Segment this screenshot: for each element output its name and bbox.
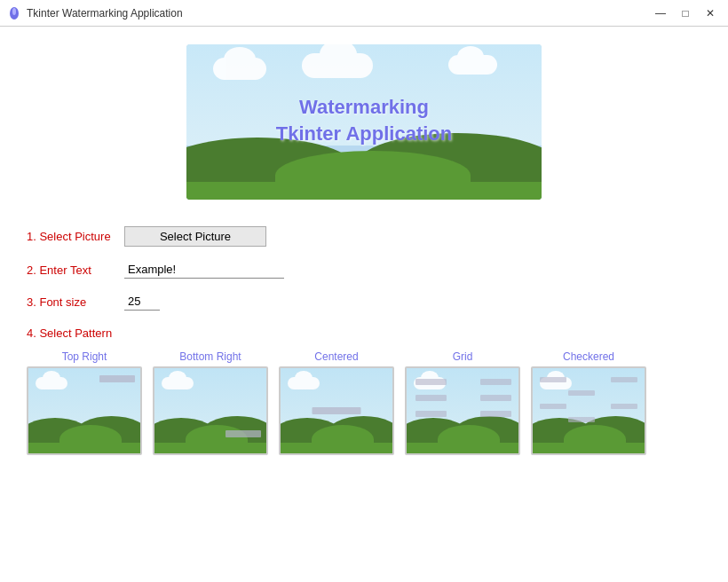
pattern-grid-label: Grid: [453, 350, 473, 363]
title-bar-left: Tkinter Watermarking Application: [7, 6, 183, 20]
banner-cloud-1: [213, 58, 266, 80]
banner-ground: [186, 182, 542, 200]
watermark-indicator: [313, 407, 361, 414]
wm-c6: [568, 417, 595, 422]
step2-row: 2. Enter Text: [27, 257, 701, 282]
step1-label: 1. Select Picture: [27, 230, 115, 243]
wm-g1: [415, 379, 447, 385]
wm-g2: [480, 379, 511, 385]
pattern-selector: Top Right Bottom Right: [18, 347, 710, 459]
minimize-button[interactable]: —: [650, 4, 671, 22]
thumb-cloud: [162, 377, 194, 389]
svg-point-1: [12, 8, 16, 15]
main-window: Watermarking Tkinter Application 1. Sele…: [0, 27, 728, 582]
thumb-ground: [154, 443, 266, 453]
select-picture-button[interactable]: Select Picture: [124, 226, 266, 247]
thumb-ground: [28, 443, 140, 453]
pattern-centered-label: Centered: [314, 350, 358, 363]
maximize-button[interactable]: □: [675, 4, 696, 22]
wm-g5: [415, 411, 447, 417]
thumb-ground: [533, 443, 645, 453]
wm-c4: [540, 404, 566, 409]
pattern-top-right[interactable]: Top Right: [27, 350, 142, 455]
form-section: 1. Select Picture Select Picture 2. Ente…: [18, 217, 710, 319]
pattern-bottom-right[interactable]: Bottom Right: [153, 350, 268, 455]
pattern-grid-thumb: [405, 366, 520, 455]
wm-g6: [480, 411, 511, 417]
pattern-centered-thumb: [279, 366, 394, 455]
wm-g3: [415, 395, 447, 401]
step4-heading: 4. Select Pattern: [18, 323, 710, 343]
watermark-indicator: [99, 375, 135, 382]
pattern-checkered[interactable]: Checkered: [531, 350, 646, 455]
banner-cloud-2: [302, 53, 373, 78]
wm-g4: [480, 395, 511, 401]
pattern-bottom-right-label: Bottom Right: [179, 350, 241, 363]
pattern-checkered-label: Checkered: [563, 350, 614, 363]
thumb-cloud: [36, 377, 67, 389]
watermark-indicator: [226, 430, 261, 437]
enter-text-input[interactable]: [124, 261, 284, 279]
pattern-centered[interactable]: Centered: [279, 350, 394, 455]
close-button[interactable]: ✕: [700, 4, 721, 22]
pattern-top-right-label: Top Right: [62, 350, 107, 363]
app-icon: [7, 6, 21, 20]
window-title: Tkinter Watermarking Application: [27, 7, 183, 20]
step1-row: 1. Select Picture Select Picture: [27, 223, 701, 250]
wm-c2: [611, 377, 637, 382]
pattern-grid[interactable]: Grid: [405, 350, 520, 455]
step2-label: 2. Enter Text: [27, 263, 115, 277]
pattern-checkered-thumb: [531, 366, 646, 455]
banner-text: Watermarking Tkinter Application: [276, 93, 452, 148]
pattern-top-right-thumb: [27, 366, 142, 455]
font-size-input[interactable]: [124, 293, 160, 311]
thumb-ground: [281, 443, 392, 453]
title-bar: Tkinter Watermarking Application — □ ✕: [0, 0, 728, 27]
step3-row: 3. Font size: [27, 289, 701, 314]
thumb-ground: [407, 443, 518, 453]
wm-c3: [568, 390, 595, 396]
banner-cloud-3: [448, 55, 497, 75]
banner-image: Watermarking Tkinter Application: [186, 44, 542, 200]
wm-c1: [540, 377, 566, 382]
title-bar-controls: — □ ✕: [650, 4, 721, 22]
step3-label: 3. Font size: [27, 295, 115, 309]
thumb-cloud: [288, 377, 320, 389]
pattern-bottom-right-thumb: [153, 366, 268, 455]
wm-c5: [611, 404, 637, 409]
